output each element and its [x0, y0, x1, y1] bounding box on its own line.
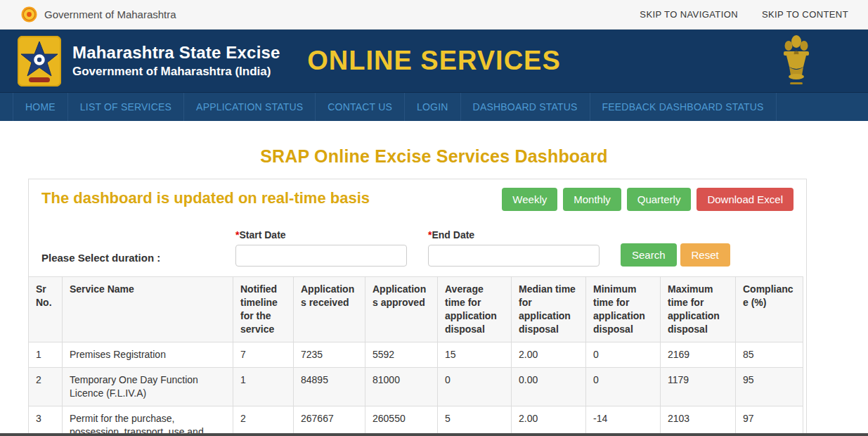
services-table: Sr No. Service Name Notified timeline fo… — [28, 276, 803, 436]
col-maximum-time: Maximum time for application disposal — [661, 277, 736, 342]
table-row: 1 Premises Registration 7 7235 5592 15 2… — [29, 342, 803, 368]
cell-applications-received: 84895 — [294, 368, 365, 406]
site-masthead: ONLINE SERVICES Maharashtra State Excise… — [0, 30, 868, 92]
cell-median-time: 2.00 — [512, 342, 586, 368]
dashboard-subtitle: The dashboard is updated on real-time ba… — [41, 188, 370, 207]
search-button[interactable]: Search — [621, 243, 677, 267]
cell-sr-no: 2 — [29, 368, 63, 406]
cell-compliance: 95 — [736, 368, 803, 406]
page-title: SRAP Online Excise Services Dashboard — [0, 146, 868, 167]
col-notified-timeline: Notified timeline for the service — [233, 277, 294, 342]
cell-minimum-time: 0 — [586, 368, 661, 406]
start-date-input[interactable] — [235, 245, 407, 267]
col-applications-received: Applications received — [294, 277, 365, 342]
cell-minimum-time: -14 — [586, 406, 661, 436]
reset-button[interactable]: Reset — [680, 243, 730, 267]
col-service-name: Service Name — [63, 277, 233, 342]
cell-applications-approved: 260550 — [365, 406, 438, 436]
horizontal-scrollbar[interactable] — [0, 433, 868, 436]
weekly-button[interactable]: Weekly — [502, 188, 557, 211]
col-sr-no: Sr No. — [29, 277, 63, 342]
cell-average-time: 5 — [438, 406, 512, 436]
government-brand: Government of Maharashtra — [21, 6, 176, 23]
cell-applications-received: 267667 — [294, 406, 365, 436]
nav-contact-us[interactable]: CONTACT US — [316, 93, 405, 121]
maharashtra-seal-icon — [21, 6, 37, 23]
col-average-time: Average time for application disposal — [438, 277, 512, 342]
cell-maximum-time: 1179 — [661, 368, 736, 406]
cell-applications-approved: 5592 — [365, 342, 438, 368]
portal-title: ONLINE SERVICES — [0, 46, 868, 76]
excise-star-badge-icon — [18, 36, 61, 86]
start-date-label: *Start Date — [235, 229, 407, 241]
cell-service-name: Permit for the purchase, possession, tra… — [63, 406, 233, 436]
cell-service-name: Premises Registration — [63, 342, 233, 368]
cell-sr-no: 1 — [29, 342, 63, 368]
download-excel-button[interactable]: Download Excel — [697, 188, 793, 211]
nav-feedback-dashboard-status[interactable]: FEEDBACK DASHBOARD STATUS — [590, 93, 777, 121]
col-applications-approved: Applications approved — [365, 277, 438, 342]
cell-average-time: 0 — [438, 368, 512, 406]
nav-login[interactable]: LOGIN — [405, 93, 461, 121]
skip-to-navigation-link[interactable]: SKIP TO NAVIGATION — [640, 9, 738, 20]
duration-filter: Please Select duration : *Start Date *En… — [29, 211, 806, 276]
col-median-time: Median time for application disposal — [512, 277, 586, 342]
nav-list-of-services[interactable]: LIST OF SERVICES — [68, 93, 184, 121]
cell-notified-timeline: 2 — [233, 406, 294, 436]
nav-dashboard-status[interactable]: DASHBOARD STATUS — [461, 93, 590, 121]
dashboard-card: The dashboard is updated on real-time ba… — [28, 179, 807, 436]
col-compliance: Compliance (%) — [736, 277, 803, 342]
cell-average-time: 15 — [438, 342, 512, 368]
main-navigation: HOME LIST OF SERVICES APPLICATION STATUS… — [0, 92, 868, 121]
end-date-input[interactable] — [428, 245, 600, 267]
government-brand-label: Government of Maharashtra — [44, 8, 176, 20]
duration-label: Please Select duration : — [41, 229, 235, 267]
monthly-button[interactable]: Monthly — [563, 188, 621, 211]
end-date-label: *End Date — [428, 229, 600, 241]
col-minimum-time: Minimum time for application disposal — [586, 277, 661, 342]
cell-maximum-time: 2103 — [661, 406, 736, 436]
cell-minimum-time: 0 — [586, 342, 661, 368]
excise-department-logo — [18, 36, 61, 86]
table-row: 2 Temporary One Day Function Licence (F.… — [29, 368, 803, 406]
cell-median-time: 0.00 — [512, 368, 586, 406]
cell-notified-timeline: 1 — [233, 368, 294, 406]
top-utility-bar: Government of Maharashtra SKIP TO NAVIGA… — [0, 0, 868, 30]
cell-compliance: 85 — [736, 342, 803, 368]
table-row: 3 Permit for the purchase, possession, t… — [29, 406, 803, 436]
nav-home[interactable]: HOME — [13, 93, 68, 121]
ashoka-emblem-icon — [779, 34, 813, 88]
quarterly-button[interactable]: Quarterly — [627, 188, 692, 211]
skip-to-content-link[interactable]: SKIP TO CONTENT — [762, 9, 848, 20]
cell-applications-received: 7235 — [294, 342, 365, 368]
table-header-row: Sr No. Service Name Notified timeline fo… — [29, 277, 803, 342]
cell-median-time: 2.00 — [512, 406, 586, 436]
cell-service-name: Temporary One Day Function Licence (F.L.… — [63, 368, 233, 406]
nav-application-status[interactable]: APPLICATION STATUS — [184, 93, 316, 121]
cell-applications-approved: 81000 — [365, 368, 438, 406]
cell-maximum-time: 2169 — [661, 342, 736, 368]
cell-sr-no: 3 — [29, 406, 63, 436]
cell-notified-timeline: 7 — [233, 342, 294, 368]
cell-compliance: 97 — [736, 406, 803, 436]
